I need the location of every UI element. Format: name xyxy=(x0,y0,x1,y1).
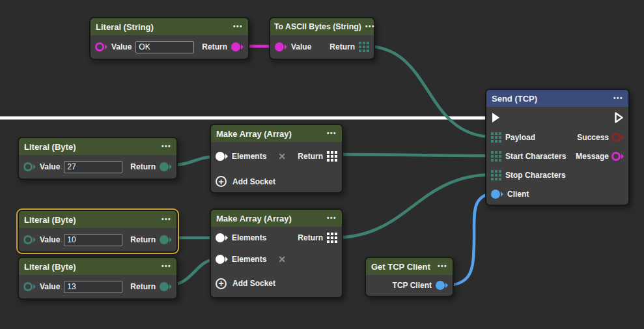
node-header: Send (TCP) ••• xyxy=(486,90,628,107)
node-literal-string[interactable]: Literal (String) ••• Value Return xyxy=(89,17,249,60)
node-header: Literal (Byte) ••• xyxy=(19,258,176,275)
message-label: Message xyxy=(576,152,609,161)
node-send-tcp[interactable]: Send (TCP) ••• Payload Success xyxy=(485,89,630,206)
node-make-array-top[interactable]: Make Array (Array) ••• Elements ✕ Return… xyxy=(210,124,343,193)
node-editor-canvas[interactable]: Literal (String) ••• Value Return To ASC… xyxy=(0,0,644,329)
add-socket-label: Add Socket xyxy=(232,177,275,186)
menu-icon[interactable]: ••• xyxy=(434,263,447,270)
node-get-tcp-client[interactable]: Get TCP Client ••• TCP Client xyxy=(365,257,454,297)
elements-label: Elements xyxy=(232,255,266,264)
socket-value-input[interactable] xyxy=(275,42,287,51)
return-label: Return xyxy=(329,42,355,51)
socket-return-output[interactable] xyxy=(327,151,337,162)
elements-label: Elements xyxy=(232,233,266,242)
value-label: Value xyxy=(111,42,132,51)
return-label: Return xyxy=(130,282,156,291)
value-input[interactable] xyxy=(64,234,122,246)
stop-characters-label: Stop Characters xyxy=(505,171,566,180)
value-input[interactable] xyxy=(64,161,122,173)
remove-socket-icon[interactable]: ✕ xyxy=(278,255,286,264)
node-header: Make Array (Array) ••• xyxy=(211,210,342,227)
elements-label: Elements xyxy=(232,152,266,161)
add-icon: + xyxy=(216,278,227,289)
value-label: Value xyxy=(40,282,60,291)
menu-icon[interactable]: ••• xyxy=(158,143,171,150)
node-title: Literal (Byte) xyxy=(24,142,76,152)
node-title: Literal (Byte) xyxy=(24,262,76,272)
socket-elements-input[interactable] xyxy=(216,255,228,264)
return-label: Return xyxy=(202,42,227,51)
socket-return-output[interactable] xyxy=(359,42,369,52)
node-literal-byte-13[interactable]: Literal (Byte) ••• Value Return xyxy=(18,257,178,300)
menu-icon[interactable]: ••• xyxy=(158,216,171,223)
socket-start-characters-input[interactable] xyxy=(491,151,501,162)
wire-array1-to-start-chars[interactable] xyxy=(333,154,493,156)
node-header: Make Array (Array) ••• xyxy=(211,125,342,142)
add-socket-button[interactable]: + Add Socket xyxy=(216,278,275,289)
node-header: Get TCP Client ••• xyxy=(366,258,453,275)
remove-socket-icon[interactable]: ✕ xyxy=(278,152,286,161)
socket-return-output[interactable] xyxy=(160,235,172,244)
menu-icon[interactable]: ••• xyxy=(158,263,171,270)
node-make-array-bottom[interactable]: Make Array (Array) ••• Elements Return E… xyxy=(210,208,343,298)
node-title: Make Array (Array) xyxy=(216,129,292,139)
value-input[interactable] xyxy=(64,281,122,293)
return-label: Return xyxy=(298,233,323,242)
value-label: Value xyxy=(291,42,311,51)
node-header: Literal (Byte) ••• xyxy=(19,138,176,155)
node-header: Literal (Byte) ••• xyxy=(19,211,176,228)
node-to-ascii-bytes[interactable]: To ASCII Bytes (String) ••• Value Return xyxy=(269,17,375,60)
menu-icon[interactable]: ••• xyxy=(229,23,243,30)
value-input[interactable] xyxy=(135,41,194,53)
socket-payload-input[interactable] xyxy=(491,132,501,143)
node-literal-byte-10[interactable]: Literal (Byte) ••• Value Return xyxy=(18,210,178,253)
exec-out-socket[interactable] xyxy=(614,111,624,124)
socket-elements-input[interactable] xyxy=(216,233,228,242)
socket-return-output[interactable] xyxy=(160,162,172,171)
success-label: Success xyxy=(577,133,609,142)
wire-array2-to-stop-chars[interactable] xyxy=(333,175,493,238)
socket-value-input[interactable] xyxy=(95,42,107,51)
socket-message-output[interactable] xyxy=(611,152,624,161)
socket-value-input[interactable] xyxy=(23,282,36,291)
add-icon: + xyxy=(216,176,227,187)
menu-icon[interactable]: ••• xyxy=(609,95,623,102)
menu-icon[interactable]: ••• xyxy=(361,23,375,30)
wire-ascii-to-payload[interactable] xyxy=(366,46,493,137)
client-label: Client xyxy=(507,190,529,199)
value-label: Value xyxy=(40,162,60,171)
start-characters-label: Start Characters xyxy=(505,152,566,161)
socket-tcp-client-output[interactable] xyxy=(436,281,448,290)
node-header: To ASCII Bytes (String) ••• xyxy=(270,18,374,35)
return-label: Return xyxy=(130,162,156,171)
return-label: Return xyxy=(298,152,323,161)
node-title: To ASCII Bytes (String) xyxy=(274,22,361,31)
node-title: Send (TCP) xyxy=(492,94,537,104)
socket-stop-characters-input[interactable] xyxy=(491,170,501,180)
node-title: Literal (String) xyxy=(96,22,154,32)
socket-success-output[interactable] xyxy=(611,133,624,142)
add-socket-button[interactable]: + Add Socket xyxy=(216,176,275,187)
socket-elements-input[interactable] xyxy=(216,152,228,161)
menu-icon[interactable]: ••• xyxy=(323,130,337,137)
payload-label: Payload xyxy=(505,133,535,142)
add-socket-label: Add Socket xyxy=(232,279,275,288)
socket-value-input[interactable] xyxy=(23,235,36,244)
node-title: Get TCP Client xyxy=(371,262,430,272)
socket-client-input[interactable] xyxy=(491,190,503,199)
node-title: Make Array (Array) xyxy=(216,214,292,223)
node-header: Literal (String) ••• xyxy=(91,18,248,35)
socket-value-input[interactable] xyxy=(23,162,36,171)
return-label: Return xyxy=(130,235,156,244)
tcp-client-label: TCP Client xyxy=(393,281,432,290)
socket-return-output[interactable] xyxy=(160,282,172,291)
menu-icon[interactable]: ••• xyxy=(323,215,337,222)
socket-return-output[interactable] xyxy=(327,233,337,243)
value-label: Value xyxy=(40,235,60,244)
node-title: Literal (Byte) xyxy=(24,215,76,225)
exec-in-socket[interactable] xyxy=(491,111,501,124)
socket-return-output[interactable] xyxy=(231,42,244,51)
node-literal-byte-27[interactable]: Literal (Byte) ••• Value Return xyxy=(18,137,178,180)
